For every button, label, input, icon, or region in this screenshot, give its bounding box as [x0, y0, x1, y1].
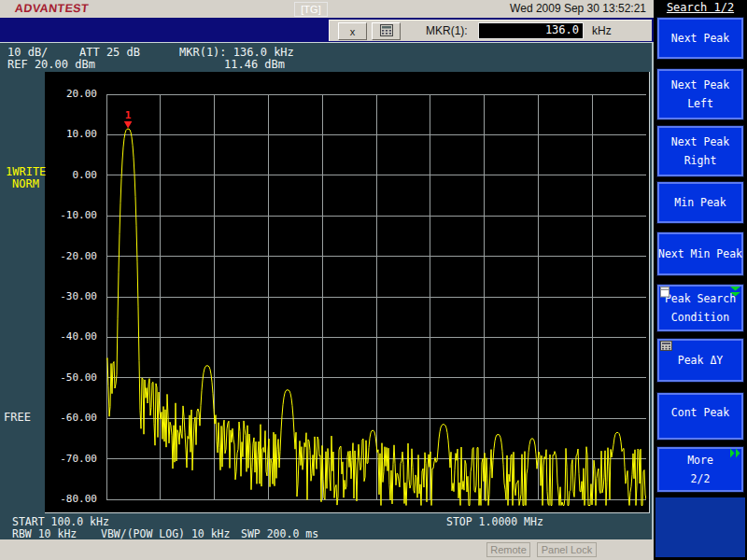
advantest-logo: ADVANTEST [14, 2, 90, 15]
panel-lock-indicator[interactable]: Panel Lock [537, 542, 597, 557]
y-axis-tick-label: -20.00 [45, 250, 97, 262]
analyzer-screen: 10 dB/ ATT 25 dB MKR(1): 136.0 kHz REF 2… [0, 42, 654, 539]
attenuation-readout: ATT 25 dB [79, 46, 140, 59]
window-title-bar: ADVANTEST [TG] Wed 2009 Sep 30 13:52:21 [0, 0, 654, 18]
calculator-icon [379, 24, 394, 36]
trigger-mode-label: FREE [4, 411, 31, 424]
scale-readout: 10 dB/ [7, 46, 48, 59]
marker-entry-unit: kHz [592, 24, 612, 37]
softkey-label: More [687, 455, 713, 466]
softkey-label: Next Peak [671, 33, 729, 44]
softkey-label: Peak Search [665, 293, 736, 304]
marker-level-readout: 11.46 dBm [224, 58, 285, 71]
softkey-label: Left [687, 98, 713, 109]
marker-frequency-input[interactable]: 136.0 [478, 22, 584, 39]
softkey-next-peak[interactable]: Next Peak [656, 17, 744, 60]
y-axis-tick-label: 10.00 [45, 128, 97, 140]
datetime: Wed 2009 Sep 30 13:52:21 [510, 2, 646, 15]
softkey-next-peak-right[interactable]: Next PeakRight [656, 125, 744, 177]
y-axis-tick-label: -80.00 [45, 493, 97, 505]
rbw-readout: RBW 10 kHz [12, 527, 77, 540]
keypad-icon [660, 341, 672, 354]
sweep-time-readout: SWP 200.0 ms [241, 527, 318, 540]
softkey-label: Right [684, 155, 717, 166]
vbw-readout: VBW/(POW_LOG) 10 kHz [101, 527, 230, 540]
softkey-peak-search-condition[interactable]: Peak SearchCondition [656, 284, 744, 332]
y-axis-tick-label: -30.00 [45, 290, 97, 302]
remote-indicator[interactable]: Remote [486, 542, 530, 557]
advantest-spectrum-analyzer: { "window": { "brand": "ADVANTEST", "tit… [0, 0, 747, 560]
softkey-min-peak[interactable]: Min Peak [656, 181, 744, 224]
y-axis-tick-label: 20.00 [45, 88, 97, 100]
status-bar: Remote Panel Lock [0, 539, 654, 560]
softkey-menu-footer [655, 497, 745, 557]
close-entry-button[interactable]: x [338, 22, 367, 40]
entry-title-bar: x MKR(1): 136.0 kHz [0, 18, 654, 42]
marker-entry-toolbar: x MKR(1): 136.0 kHz [329, 20, 652, 41]
softkey-label: Next Min Peak [658, 248, 742, 259]
softkey-menu-title: Search 1/2 [654, 1, 747, 14]
start-frequency-readout: START 100.0 kHz [12, 515, 109, 528]
y-axis-tick-label: -60.00 [45, 412, 97, 424]
y-axis-tick-label: -40.00 [45, 330, 97, 343]
softkey-next-min-peak[interactable]: Next Min Peak [656, 231, 744, 276]
softkey-label: Condition [671, 312, 729, 323]
reference-level-readout: REF 20.00 dBm [7, 58, 95, 71]
softkey-next-peak-left[interactable]: Next PeakLeft [656, 68, 744, 120]
stop-frequency-readout: STOP 1.0000 MHz [446, 515, 543, 528]
marker-entry-label: MKR(1): [426, 24, 468, 37]
softkey-label: Next Peak [671, 136, 729, 147]
double-chevron-down-icon [729, 286, 741, 301]
softkey-label: Peak ΔY [678, 355, 723, 366]
marker-1-symbol [124, 121, 133, 129]
double-chevron-right-icon [729, 448, 741, 461]
keypad-entry-button[interactable] [372, 22, 401, 40]
marker-1-number: 1 [125, 109, 132, 121]
softkey-label: 2/2 [691, 473, 711, 484]
window-title: [TG] [294, 2, 328, 17]
spectrum-plot: 1 [106, 94, 646, 507]
y-axis-tick-label: -10.00 [45, 209, 97, 221]
page-icon [660, 287, 671, 301]
y-axis-tick-label: -50.00 [45, 371, 97, 384]
marker-frequency-readout: MKR(1): 136.0 kHz [179, 46, 294, 59]
y-axis-tick-label: 0.00 [45, 169, 97, 181]
trace-display: 20.0010.000.00-10.00-20.00-30.00-40.00-5… [45, 72, 650, 513]
softkey-label: Next Peak [671, 79, 729, 91]
softkey-label: Min Peak [674, 197, 726, 208]
softkey-menu: Search 1/2 Next PeakNext PeakLeftNext Pe… [654, 0, 747, 560]
y-axis-tick-label: -70.00 [45, 453, 97, 465]
softkey-label: Cont Peak [671, 407, 729, 418]
trace-detector-label: NORM [12, 177, 39, 190]
trace-mode-label: 1WRITE [6, 165, 46, 178]
softkey-more[interactable]: More2/2 [656, 446, 744, 493]
softkey-peak-delta-y[interactable]: Peak ΔY [656, 338, 744, 383]
softkey-cont-peak[interactable]: Cont PeakOnOff [656, 392, 744, 441]
